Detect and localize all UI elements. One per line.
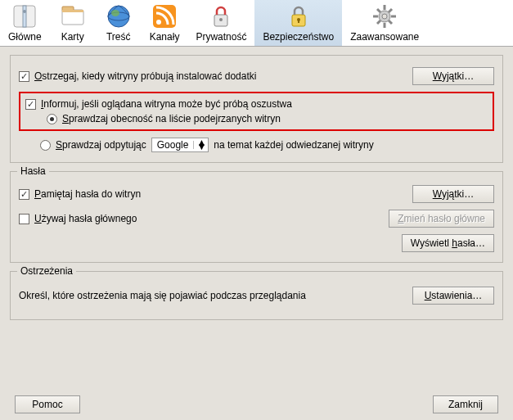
- svg-line-23: [389, 20, 392, 24]
- tab-security[interactable]: Bezpieczeństwo: [254, 0, 342, 46]
- btn-show-passwords[interactable]: Wyświetl hasła…: [402, 234, 494, 252]
- svg-line-25: [389, 9, 392, 12]
- btn-warnings-settings[interactable]: Ustawienia…: [412, 287, 494, 305]
- tab-tabs[interactable]: Karty: [50, 0, 96, 46]
- select-provider-value: Google: [157, 139, 189, 151]
- btn-close[interactable]: Zamknij: [433, 395, 498, 413]
- tab-privacy-label: Prywatność: [196, 31, 246, 43]
- tab-advanced-label: Zaawansowane: [350, 31, 419, 43]
- svg-line-24: [377, 20, 380, 24]
- svg-point-8: [111, 10, 119, 16]
- label-master-password: Używaj hasła głównego: [34, 213, 137, 224]
- preferences-toolbar: Główne Karty Treść Kanały Prywatność Bez…: [0, 0, 513, 47]
- main-icon: [11, 3, 38, 29]
- btn-change-master: Zmień hasło główne: [389, 210, 494, 228]
- radio-blocklist[interactable]: [47, 114, 57, 124]
- radio-query[interactable]: [40, 140, 51, 151]
- security-icon: [286, 3, 312, 29]
- svg-point-10: [156, 20, 161, 25]
- tab-tabs-label: Karty: [61, 31, 84, 43]
- group-general: Ostrzegaj, kiedy witryny próbują instalo…: [10, 55, 503, 163]
- btn-help[interactable]: Pomoc: [15, 395, 80, 413]
- svg-line-22: [377, 9, 380, 12]
- group-passwords: Hasła Pamiętaj hasła do witryn Wyjątki… …: [10, 171, 503, 263]
- gear-icon: [371, 3, 398, 29]
- dialog-footer: Pomoc Zamknij: [0, 389, 513, 420]
- label-radio-blocklist: Sprawdzaj obecność na liście podejrzanyc…: [62, 113, 281, 124]
- tabs-icon: [60, 3, 86, 29]
- label-warn-install: Ostrzegaj, kiedy witryny próbują instalo…: [34, 70, 256, 82]
- tab-feeds-label: Kanały: [150, 31, 180, 43]
- svg-point-2: [23, 10, 26, 13]
- btn-exceptions-passwords[interactable]: Wyjątki…: [412, 185, 494, 203]
- checkbox-inform-fraud[interactable]: [25, 99, 36, 110]
- label-remember-passwords: Pamiętaj hasła do witryn: [34, 188, 141, 200]
- label-radio-query: Sprawdzaj odpytując: [56, 139, 146, 151]
- legend-warnings: Ostrzeżenia: [17, 265, 76, 277]
- tab-main[interactable]: Główne: [0, 0, 50, 46]
- checkbox-master-password[interactable]: [19, 214, 29, 224]
- label-inform-fraud: Informuj, jeśli oglądana witryna może by…: [41, 98, 292, 110]
- security-panel: Ostrzegaj, kiedy witryny próbują instalo…: [0, 47, 513, 336]
- tab-security-label: Bezpieczeństwo: [263, 31, 334, 43]
- select-arrows-icon: ▲▼: [193, 141, 206, 149]
- checkbox-warn-install[interactable]: [19, 71, 29, 82]
- checkbox-remember-passwords[interactable]: [19, 189, 29, 200]
- legend-passwords: Hasła: [17, 165, 49, 177]
- fraud-highlight-box: Informuj, jeśli oglądana witryna może by…: [19, 92, 494, 131]
- svg-rect-5: [62, 10, 83, 12]
- tab-feeds[interactable]: Kanały: [142, 0, 188, 46]
- content-icon: [106, 3, 132, 29]
- warnings-description: Określ, które ostrzeżenia mają się pojaw…: [19, 290, 306, 301]
- svg-point-17: [382, 14, 387, 19]
- group-warnings: Ostrzeżenia Określ, które ostrzeżenia ma…: [10, 271, 503, 320]
- tab-privacy[interactable]: Prywatność: [187, 0, 254, 46]
- btn-exceptions-addons[interactable]: Wyjątki…: [412, 67, 494, 85]
- tab-content[interactable]: Treść: [96, 0, 142, 46]
- select-provider[interactable]: Google ▲▼: [151, 138, 209, 152]
- tab-advanced[interactable]: Zaawansowane: [342, 0, 427, 46]
- tab-main-label: Główne: [8, 31, 42, 43]
- rss-icon: [151, 3, 178, 29]
- svg-rect-1: [23, 6, 26, 27]
- svg-point-6: [108, 6, 129, 27]
- svg-point-12: [219, 18, 223, 21]
- label-radio-query-suffix: na temat każdej odwiedzanej witryny: [214, 139, 373, 151]
- privacy-icon: [208, 3, 234, 29]
- svg-rect-15: [298, 20, 299, 23]
- tab-content-label: Treść: [106, 31, 131, 43]
